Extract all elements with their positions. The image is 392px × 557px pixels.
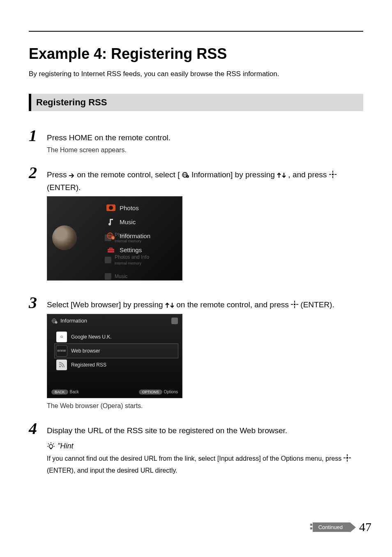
step-number: 1 xyxy=(29,128,47,144)
step-1-subtext: The Home screen appears. xyxy=(47,146,363,154)
step-3-text: Select [Web browser] by pressing on the … xyxy=(47,299,363,311)
information-list-screenshot: Information G Google News U.K. WWW Web b… xyxy=(47,314,182,398)
main-menu: Photos Music Information Settings xyxy=(105,201,175,257)
text: on the remote control, and press xyxy=(176,300,291,309)
svg-point-19 xyxy=(294,304,295,305)
svg-rect-16 xyxy=(113,238,113,239)
enter-icon xyxy=(291,301,298,308)
step-4: 4 Display the URL of the RSS site to be … xyxy=(29,420,363,477)
enter-icon xyxy=(329,171,337,178)
svg-point-36 xyxy=(346,457,348,459)
text: , and press xyxy=(288,170,329,179)
label: Photos xyxy=(120,204,139,211)
svg-rect-18 xyxy=(108,250,114,251)
hint-text: If you cannot find out the desired URL f… xyxy=(47,453,363,477)
arrow-right-icon xyxy=(69,173,75,178)
intro-text: By registering to Internet RSS feeds, yo… xyxy=(29,70,363,78)
toolbox-icon xyxy=(106,245,115,254)
hint-label: "Hint xyxy=(58,442,73,450)
rss-icon xyxy=(171,318,178,324)
enter-icon xyxy=(344,454,351,462)
screen-header: Information xyxy=(51,318,87,324)
page-number: 47 xyxy=(359,520,371,534)
page-title: Example 4: Registering RSS xyxy=(29,45,363,63)
google-icon: G xyxy=(56,332,67,342)
step-number: 2 xyxy=(29,165,47,181)
hint-header: "Hint xyxy=(47,442,363,450)
music-note-icon xyxy=(106,217,115,226)
svg-rect-30 xyxy=(51,448,52,449)
bg-tile: Music xyxy=(105,273,127,280)
arrow-up-down-icon xyxy=(277,172,286,178)
menu-item-settings[interactable]: Settings xyxy=(105,243,175,257)
camera-icon xyxy=(106,203,115,212)
svg-point-29 xyxy=(49,445,53,448)
continued-badge: Continued xyxy=(313,522,350,532)
options-button[interactable]: OPTIONSOptions xyxy=(139,390,178,395)
page-footer: Continued 47 xyxy=(29,520,371,534)
rss-icon xyxy=(56,360,67,370)
step-2-text: Press on the remote control, select [ In… xyxy=(47,169,363,194)
step-3-subtext: The Web browser (Opera) starts. xyxy=(47,402,363,410)
menu-item-music[interactable]: Music xyxy=(105,215,175,229)
svg-point-6 xyxy=(332,174,333,175)
home-menu-screenshot: PhotosInternal memory Photos and InfoInt… xyxy=(47,196,182,281)
list-item-registered-rss[interactable]: Registered RSS xyxy=(56,358,178,372)
www-icon: WWW xyxy=(56,346,67,356)
text: on the remote control, select [ xyxy=(77,170,180,179)
text: Information] by pressing xyxy=(191,170,277,179)
svg-line-33 xyxy=(53,443,54,444)
menu-item-information[interactable]: Information xyxy=(105,229,175,243)
label: Settings xyxy=(120,246,142,253)
label: Web browser xyxy=(71,348,100,354)
text: If you cannot find out the desired URL f… xyxy=(47,455,344,462)
menu-item-photos[interactable]: Photos xyxy=(105,201,175,215)
back-button[interactable]: BACKBack xyxy=(51,390,79,395)
globe-info-icon xyxy=(106,231,115,240)
hint-bulb-icon xyxy=(47,442,55,450)
svg-rect-4 xyxy=(187,176,188,176)
step-1: 1 Press HOME on the remote control. The … xyxy=(29,128,363,158)
step-number: 3 xyxy=(29,295,47,311)
arrow-up-down-icon xyxy=(165,302,174,308)
text: (ENTER). xyxy=(47,183,81,192)
svg-point-27 xyxy=(55,321,58,323)
svg-point-28 xyxy=(59,366,61,367)
step-4-text: Display the URL of the RSS site to be re… xyxy=(47,425,363,437)
svg-line-32 xyxy=(48,443,49,444)
list-item-google-news[interactable]: G Google News U.K. xyxy=(56,330,178,344)
text: (ENTER), and input the desired URL direc… xyxy=(47,467,177,474)
screen-footer: BACKBack OPTIONSOptions xyxy=(51,390,178,395)
step-1-text: Press HOME on the remote control. xyxy=(47,132,363,144)
step-number: 4 xyxy=(29,420,47,437)
text: Select [Web browser] by pressing xyxy=(47,300,165,309)
text: (ENTER). xyxy=(300,300,334,309)
top-rule xyxy=(29,31,363,32)
label: Information xyxy=(120,232,150,239)
background-photo xyxy=(52,225,77,250)
text: Press xyxy=(47,170,69,179)
label: Google News U.K. xyxy=(71,334,112,340)
globe-info-icon xyxy=(182,172,189,178)
section-subheader: Registering RSS xyxy=(29,94,363,111)
svg-rect-5 xyxy=(187,176,188,177)
step-2: 2 Press on the remote control, select [ … xyxy=(29,165,363,288)
svg-rect-15 xyxy=(113,237,113,238)
globe-info-icon xyxy=(51,318,58,324)
list-item-web-browser[interactable]: WWW Web browser xyxy=(55,344,178,358)
label: Music xyxy=(120,218,136,225)
step-3: 3 Select [Web browser] by pressing on th… xyxy=(29,295,363,413)
header-label: Information xyxy=(60,318,87,324)
label: Registered RSS xyxy=(71,362,106,368)
